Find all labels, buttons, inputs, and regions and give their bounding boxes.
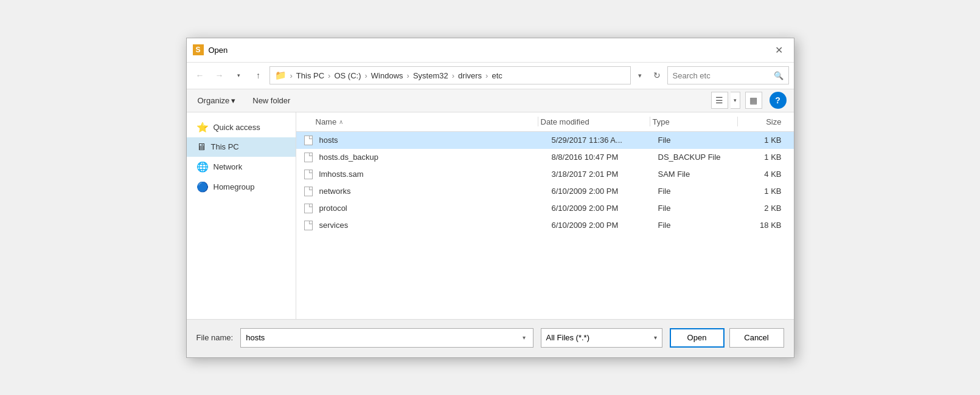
column-header: Name ∧ Date modified Type Size (296, 112, 794, 132)
address-bar[interactable]: 📁 › This PC › OS (C:) › Windows › System… (269, 66, 631, 84)
address-chevron-button[interactable]: ▾ (633, 69, 647, 82)
new-folder-label: New folder (252, 96, 290, 105)
file-icon-cell (301, 170, 316, 179)
file-icon-cell (301, 153, 316, 162)
file-icon (304, 136, 313, 145)
sort-arrow-icon: ∧ (339, 118, 343, 125)
sidebar-item-label-network: Network (214, 162, 243, 171)
file-icon-cell (301, 187, 316, 196)
address-separator-4: › (407, 71, 409, 80)
open-dialog: S Open ✕ ← → ▾ ↑ 📁 › This PC › OS (C:) ›… (186, 38, 794, 358)
file-date: 3/18/2017 2:01 PM (552, 170, 658, 179)
sidebar-item-network[interactable]: 🌐 Network (187, 157, 296, 177)
view-button[interactable]: ☰ (711, 92, 728, 109)
up-button[interactable]: ↑ (250, 67, 267, 84)
file-icon (304, 187, 313, 196)
filetype-chevron-icon: ▾ (654, 334, 657, 341)
file-size: 4 KB (740, 170, 789, 179)
dialog-title: Open (209, 46, 228, 55)
forward-button[interactable]: → (211, 67, 228, 84)
sidebar-item-homegroup[interactable]: 🔵 Homegroup (187, 177, 296, 197)
view-chevron-icon: ▾ (734, 97, 737, 103)
table-row[interactable]: hosts 5/29/2017 11:36 A... File 1 KB (296, 132, 794, 149)
file-date: 6/10/2009 2:00 PM (552, 204, 658, 213)
table-row[interactable]: lmhosts.sam 3/18/2017 2:01 PM SAM File 4… (296, 166, 794, 183)
file-name: lmhosts.sam (319, 170, 552, 179)
view-chevron-button[interactable]: ▾ (731, 92, 740, 109)
view-icon: ☰ (715, 95, 723, 105)
new-folder-button[interactable]: New folder (249, 94, 294, 108)
back-button[interactable]: ← (192, 67, 209, 84)
file-type: File (658, 204, 740, 213)
filename-chevron-icon[interactable]: ▾ (520, 333, 528, 342)
address-part-4: System32 (413, 71, 448, 80)
nav-dropdown-button[interactable]: ▾ (231, 67, 248, 84)
address-separator-5: › (452, 71, 454, 80)
file-date: 8/8/2016 10:47 PM (552, 153, 658, 162)
search-input[interactable] (673, 71, 771, 80)
sidebar-item-this-pc[interactable]: 🖥 This PC (187, 137, 296, 157)
organize-bar: Organize ▾ New folder ☰ ▾ ▦ ? (187, 89, 794, 112)
address-folder-icon: 📁 (275, 70, 287, 81)
table-row[interactable]: networks 6/10/2009 2:00 PM File 1 KB (296, 183, 794, 200)
file-name: hosts.ds_backup (319, 153, 552, 162)
open-button[interactable]: Open (670, 328, 725, 348)
homegroup-icon: 🔵 (196, 181, 209, 193)
col-name-label: Name (316, 117, 337, 126)
refresh-button[interactable]: ↻ (649, 67, 665, 83)
refresh-icon: ↻ (653, 70, 661, 80)
file-size: 1 KB (740, 136, 789, 145)
address-separator-1: › (290, 71, 293, 80)
col-name-header[interactable]: Name ∧ (301, 117, 535, 126)
sidebar-item-label-quick-access: Quick access (214, 123, 260, 132)
help-button[interactable]: ? (770, 92, 787, 109)
filename-input[interactable] (246, 333, 520, 342)
table-row[interactable]: services 6/10/2009 2:00 PM File 18 KB (296, 217, 794, 234)
file-name: hosts (319, 136, 552, 145)
file-type: File (658, 187, 740, 196)
help-icon: ? (775, 95, 780, 105)
file-list: hosts 5/29/2017 11:36 A... File 1 KB hos… (296, 132, 794, 319)
app-icon: S (193, 44, 204, 55)
organize-chevron-icon: ▾ (231, 96, 235, 105)
title-bar-left: S Open (193, 44, 228, 55)
col-type-header[interactable]: Type (653, 117, 735, 126)
main-content: ⭐ Quick access 🖥 This PC 🌐 Network 🔵 Hom… (187, 112, 794, 319)
preview-button[interactable]: ▦ (745, 92, 762, 109)
back-icon: ← (196, 70, 204, 80)
file-type: File (658, 136, 740, 145)
organize-button[interactable]: Organize ▾ (194, 94, 240, 108)
organize-right: ☰ ▾ ▦ ? (711, 92, 787, 109)
col-divider-3 (737, 117, 738, 126)
file-icon (304, 153, 313, 162)
search-icon: 🔍 (774, 71, 784, 80)
filetype-select[interactable]: All Files (*.*) ▾ (541, 328, 662, 348)
cancel-button[interactable]: Cancel (729, 328, 784, 348)
action-buttons: Open Cancel (670, 328, 784, 348)
address-part-5: drivers (458, 71, 482, 80)
file-icon-cell (301, 204, 316, 213)
address-part-1: This PC (296, 71, 324, 80)
file-size: 2 KB (740, 204, 789, 213)
quick-access-icon: ⭐ (196, 122, 209, 133)
organize-left: Organize ▾ New folder (194, 94, 294, 108)
filename-label: File name: (196, 333, 234, 342)
col-size-header[interactable]: Size (740, 117, 789, 126)
sidebar-item-quick-access[interactable]: ⭐ Quick access (187, 117, 296, 137)
file-name: protocol (319, 204, 552, 213)
file-size: 1 KB (740, 153, 789, 162)
address-separator-6: › (485, 71, 488, 80)
toolbar: ← → ▾ ↑ 📁 › This PC › OS (C:) › Windows … (187, 63, 794, 89)
col-date-header[interactable]: Date modified (541, 117, 647, 126)
up-icon: ↑ (256, 70, 260, 80)
file-type: SAM File (658, 170, 740, 179)
network-icon: 🌐 (196, 161, 209, 173)
file-date: 5/29/2017 11:36 A... (552, 136, 658, 145)
bottom-bar: File name: ▾ All Files (*.*) ▾ Open Canc… (187, 319, 794, 357)
organize-label: Organize (198, 96, 230, 105)
close-button[interactable]: ✕ (771, 43, 787, 57)
file-name: networks (319, 187, 552, 196)
sidebar-item-label-this-pc: This PC (211, 142, 239, 151)
table-row[interactable]: hosts.ds_backup 8/8/2016 10:47 PM DS_BAC… (296, 149, 794, 166)
table-row[interactable]: protocol 6/10/2009 2:00 PM File 2 KB (296, 200, 794, 217)
